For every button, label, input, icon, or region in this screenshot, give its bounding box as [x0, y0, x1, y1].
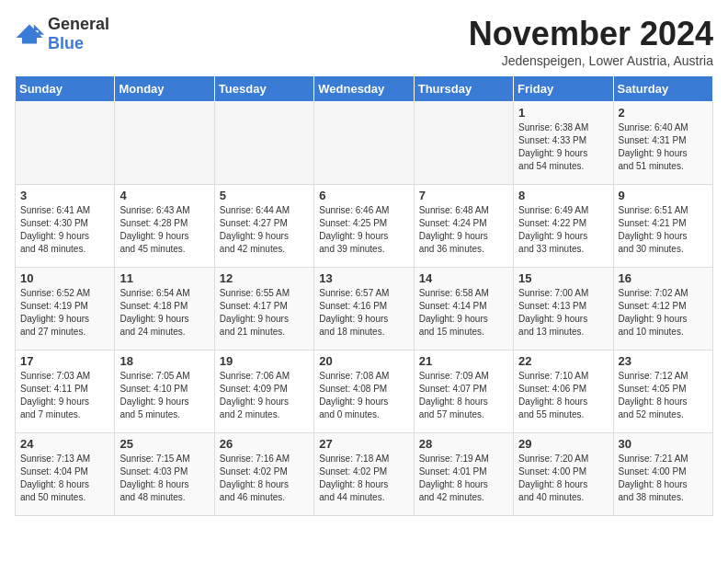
day-info: Sunrise: 7:16 AM Sunset: 4:02 PM Dayligh… — [220, 454, 290, 502]
logo-blue: Blue — [48, 34, 84, 52]
weekday-wednesday: Wednesday — [314, 76, 414, 102]
calendar-cell: 11Sunrise: 6:54 AM Sunset: 4:18 PM Dayli… — [115, 268, 214, 350]
day-number: 30 — [619, 437, 708, 451]
day-number: 9 — [619, 189, 708, 202]
calendar-cell: 19Sunrise: 7:06 AM Sunset: 4:09 PM Dayli… — [214, 350, 313, 433]
calendar-cell — [115, 102, 214, 185]
day-number: 12 — [220, 271, 309, 285]
day-info: Sunrise: 6:52 AM Sunset: 4:19 PM Dayligh… — [20, 288, 90, 337]
day-number: 24 — [20, 437, 109, 451]
calendar-cell: 16Sunrise: 7:02 AM Sunset: 4:12 PM Dayli… — [613, 268, 712, 350]
day-info: Sunrise: 6:41 AM Sunset: 4:30 PM Dayligh… — [20, 205, 90, 254]
week-row-4: 17Sunrise: 7:03 AM Sunset: 4:11 PM Dayli… — [16, 350, 713, 433]
calendar-cell — [414, 102, 513, 185]
calendar-cell: 6Sunrise: 6:46 AM Sunset: 4:25 PM Daylig… — [314, 185, 414, 268]
weekday-saturday: Saturday — [613, 76, 712, 102]
logo: General Blue — [15, 15, 109, 53]
calendar-cell: 7Sunrise: 6:48 AM Sunset: 4:24 PM Daylig… — [414, 185, 513, 268]
day-info: Sunrise: 6:48 AM Sunset: 4:24 PM Dayligh… — [419, 205, 489, 254]
day-number: 25 — [119, 437, 209, 451]
calendar-cell: 9Sunrise: 6:51 AM Sunset: 4:21 PM Daylig… — [613, 185, 712, 268]
calendar-cell: 1Sunrise: 6:38 AM Sunset: 4:33 PM Daylig… — [514, 102, 613, 185]
weekday-thursday: Thursday — [414, 76, 513, 102]
calendar-cell: 29Sunrise: 7:20 AM Sunset: 4:00 PM Dayli… — [514, 433, 613, 516]
calendar-cell: 21Sunrise: 7:09 AM Sunset: 4:07 PM Dayli… — [414, 350, 513, 433]
day-info: Sunrise: 7:15 AM Sunset: 4:03 PM Dayligh… — [119, 454, 189, 502]
location-subtitle: Jedenspeigen, Lower Austria, Austria — [469, 53, 713, 68]
week-row-2: 3Sunrise: 6:41 AM Sunset: 4:30 PM Daylig… — [16, 185, 713, 268]
day-number: 15 — [518, 271, 608, 285]
calendar-cell: 2Sunrise: 6:40 AM Sunset: 4:31 PM Daylig… — [613, 102, 712, 185]
day-info: Sunrise: 6:49 AM Sunset: 4:22 PM Dayligh… — [518, 205, 588, 254]
day-number: 13 — [319, 271, 408, 285]
day-info: Sunrise: 7:06 AM Sunset: 4:09 PM Dayligh… — [220, 371, 290, 419]
day-number: 18 — [119, 354, 209, 368]
day-info: Sunrise: 7:20 AM Sunset: 4:00 PM Dayligh… — [518, 454, 588, 502]
weekday-monday: Monday — [115, 76, 214, 102]
calendar-cell: 15Sunrise: 7:00 AM Sunset: 4:13 PM Dayli… — [514, 268, 613, 350]
day-number: 7 — [419, 189, 508, 202]
weekday-sunday: Sunday — [16, 76, 115, 102]
week-row-3: 10Sunrise: 6:52 AM Sunset: 4:19 PM Dayli… — [16, 268, 713, 350]
day-info: Sunrise: 7:02 AM Sunset: 4:12 PM Dayligh… — [619, 288, 688, 337]
day-info: Sunrise: 7:21 AM Sunset: 4:00 PM Dayligh… — [619, 454, 688, 502]
day-number: 4 — [119, 189, 209, 202]
day-info: Sunrise: 6:58 AM Sunset: 4:14 PM Dayligh… — [419, 288, 489, 337]
day-number: 3 — [20, 189, 109, 202]
calendar-cell — [314, 102, 414, 185]
calendar-cell: 23Sunrise: 7:12 AM Sunset: 4:05 PM Dayli… — [613, 350, 712, 433]
calendar-cell: 25Sunrise: 7:15 AM Sunset: 4:03 PM Dayli… — [115, 433, 214, 516]
day-number: 6 — [319, 189, 408, 202]
calendar-cell: 22Sunrise: 7:10 AM Sunset: 4:06 PM Dayli… — [514, 350, 613, 433]
day-number: 20 — [319, 354, 408, 368]
day-number: 1 — [518, 106, 608, 120]
day-number: 11 — [119, 271, 209, 285]
weekday-friday: Friday — [514, 76, 613, 102]
calendar-body: 1Sunrise: 6:38 AM Sunset: 4:33 PM Daylig… — [16, 102, 713, 516]
calendar-cell: 24Sunrise: 7:13 AM Sunset: 4:04 PM Dayli… — [16, 433, 115, 516]
calendar-cell: 12Sunrise: 6:55 AM Sunset: 4:17 PM Dayli… — [214, 268, 313, 350]
day-info: Sunrise: 6:55 AM Sunset: 4:17 PM Dayligh… — [220, 288, 290, 337]
day-number: 2 — [619, 106, 708, 120]
title-area: November 2024 Jedenspeigen, Lower Austri… — [469, 15, 713, 68]
calendar-cell: 14Sunrise: 6:58 AM Sunset: 4:14 PM Dayli… — [414, 268, 513, 350]
day-number: 21 — [419, 354, 508, 368]
calendar-cell: 28Sunrise: 7:19 AM Sunset: 4:01 PM Dayli… — [414, 433, 513, 516]
day-number: 22 — [518, 354, 608, 368]
calendar-cell: 5Sunrise: 6:44 AM Sunset: 4:27 PM Daylig… — [214, 185, 313, 268]
day-number: 28 — [419, 437, 508, 451]
header: General Blue November 2024 Jedenspeigen,… — [15, 15, 713, 68]
calendar-cell — [16, 102, 115, 185]
calendar-cell: 18Sunrise: 7:05 AM Sunset: 4:10 PM Dayli… — [115, 350, 214, 433]
calendar-cell: 17Sunrise: 7:03 AM Sunset: 4:11 PM Dayli… — [16, 350, 115, 433]
week-row-1: 1Sunrise: 6:38 AM Sunset: 4:33 PM Daylig… — [16, 102, 713, 185]
day-info: Sunrise: 6:44 AM Sunset: 4:27 PM Dayligh… — [220, 205, 290, 254]
day-info: Sunrise: 7:03 AM Sunset: 4:11 PM Dayligh… — [20, 371, 90, 419]
calendar-cell: 26Sunrise: 7:16 AM Sunset: 4:02 PM Dayli… — [214, 433, 313, 516]
day-info: Sunrise: 6:57 AM Sunset: 4:16 PM Dayligh… — [319, 288, 389, 337]
week-row-5: 24Sunrise: 7:13 AM Sunset: 4:04 PM Dayli… — [16, 433, 713, 516]
day-number: 27 — [319, 437, 408, 451]
weekday-tuesday: Tuesday — [214, 76, 313, 102]
day-info: Sunrise: 7:00 AM Sunset: 4:13 PM Dayligh… — [518, 288, 588, 337]
day-number: 26 — [220, 437, 309, 451]
day-number: 10 — [20, 271, 109, 285]
day-number: 16 — [619, 271, 708, 285]
calendar-cell: 30Sunrise: 7:21 AM Sunset: 4:00 PM Dayli… — [613, 433, 712, 516]
weekday-header-row: SundayMondayTuesdayWednesdayThursdayFrid… — [16, 76, 713, 102]
logo-icon — [15, 23, 44, 45]
calendar-cell — [214, 102, 313, 185]
day-info: Sunrise: 6:54 AM Sunset: 4:18 PM Dayligh… — [119, 288, 189, 337]
day-info: Sunrise: 7:09 AM Sunset: 4:07 PM Dayligh… — [419, 371, 489, 419]
day-number: 14 — [419, 271, 508, 285]
calendar-cell: 8Sunrise: 6:49 AM Sunset: 4:22 PM Daylig… — [514, 185, 613, 268]
day-number: 17 — [20, 354, 109, 368]
day-info: Sunrise: 6:38 AM Sunset: 4:33 PM Dayligh… — [518, 122, 588, 171]
day-info: Sunrise: 7:10 AM Sunset: 4:06 PM Dayligh… — [518, 371, 588, 419]
calendar-cell: 4Sunrise: 6:43 AM Sunset: 4:28 PM Daylig… — [115, 185, 214, 268]
day-info: Sunrise: 7:08 AM Sunset: 4:08 PM Dayligh… — [319, 371, 389, 419]
day-number: 23 — [619, 354, 708, 368]
day-info: Sunrise: 7:19 AM Sunset: 4:01 PM Dayligh… — [419, 454, 489, 502]
day-info: Sunrise: 7:12 AM Sunset: 4:05 PM Dayligh… — [619, 371, 688, 419]
calendar-cell: 10Sunrise: 6:52 AM Sunset: 4:19 PM Dayli… — [16, 268, 115, 350]
